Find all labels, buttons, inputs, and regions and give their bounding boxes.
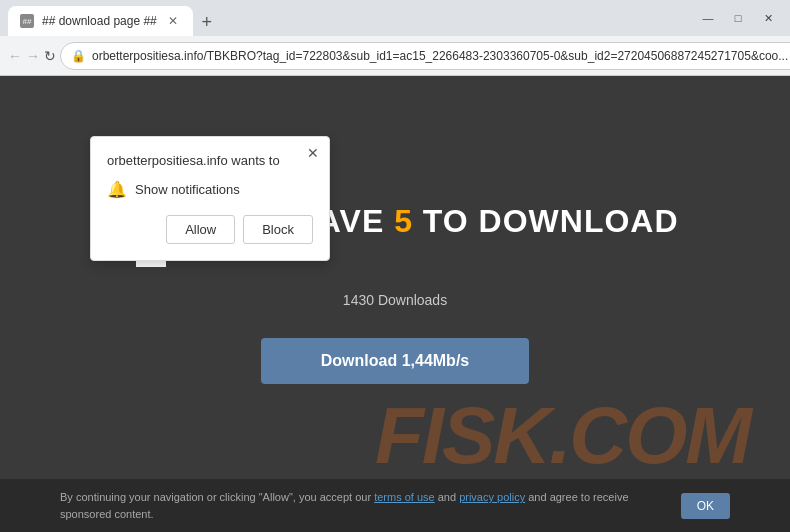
allow-button[interactable]: Allow <box>166 215 235 244</box>
downloads-count: 1430 Downloads <box>343 292 447 308</box>
refresh-button[interactable]: ↻ <box>44 42 56 70</box>
maximize-button[interactable]: □ <box>724 8 752 28</box>
download-button[interactable]: Download 1,44Mb/s <box>261 338 529 384</box>
popup-title: orbetterpositiesa.info wants to <box>107 153 313 168</box>
address-text: orbetterpositiesa.info/TBKBRO?tag_id=722… <box>92 49 788 63</box>
terms-link[interactable]: terms of use <box>374 491 435 503</box>
popup-notification-label: Show notifications <box>135 182 240 197</box>
tab-close-button[interactable]: ✕ <box>165 13 181 29</box>
notification-popup: ✕ orbetterpositiesa.info wants to 🔔 Show… <box>90 136 330 261</box>
window-controls: — □ ✕ <box>694 8 782 28</box>
popup-close-button[interactable]: ✕ <box>307 145 319 161</box>
browser-frame: ## ## download page ## ✕ + — □ ✕ ← → ↻ 🔒… <box>0 0 790 532</box>
footer-bar: By continuing your navigation or clickin… <box>0 479 790 532</box>
close-button[interactable]: ✕ <box>754 8 782 28</box>
nav-bar: ← → ↻ 🔒 orbetterpositiesa.info/TBKBRO?ta… <box>0 36 790 76</box>
forward-button[interactable]: → <box>26 42 40 70</box>
title-bar: ## ## download page ## ✕ + — □ ✕ <box>0 0 790 36</box>
tab-favicon: ## <box>20 14 34 28</box>
headline-number: 5 <box>394 203 413 239</box>
active-tab[interactable]: ## ## download page ## ✕ <box>8 6 193 36</box>
ok-button[interactable]: OK <box>681 493 730 519</box>
footer-text-before-terms: By continuing your navigation or clickin… <box>60 491 374 503</box>
privacy-link[interactable]: privacy policy <box>459 491 525 503</box>
back-button[interactable]: ← <box>8 42 22 70</box>
footer-text: By continuing your navigation or clickin… <box>60 489 661 522</box>
tab-title: ## download page ## <box>42 14 157 28</box>
tab-bar: ## ## download page ## ✕ + <box>8 0 690 36</box>
minimize-button[interactable]: — <box>694 8 722 28</box>
page-content: FISK.COM ✕ orbetterpositiesa.info wants … <box>0 76 790 532</box>
new-tab-button[interactable]: + <box>193 8 221 36</box>
popup-buttons: Allow Block <box>107 215 313 244</box>
bell-icon: 🔔 <box>107 180 127 199</box>
popup-notification-row: 🔔 Show notifications <box>107 180 313 199</box>
lock-icon: 🔒 <box>71 49 86 63</box>
address-bar[interactable]: 🔒 orbetterpositiesa.info/TBKBRO?tag_id=7… <box>60 42 790 70</box>
footer-text-between: and <box>435 491 459 503</box>
block-button[interactable]: Block <box>243 215 313 244</box>
headline-suffix: TO DOWNLOAD <box>413 203 679 239</box>
